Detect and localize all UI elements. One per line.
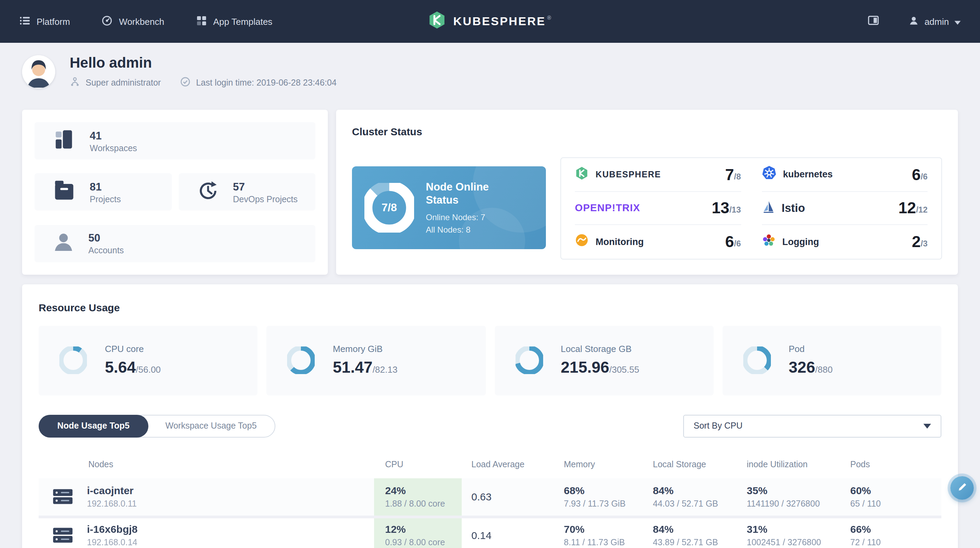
cpu-donut (59, 347, 87, 374)
brand-name: KUBESPHERE® (453, 14, 552, 28)
tab-node-usage-top5[interactable]: Node Usage Top5 (39, 415, 148, 438)
monitoring-icon (575, 234, 589, 250)
cpu-cell: 12% 0.93 / 8.00 core (374, 518, 462, 548)
component-count: 6/6 (725, 234, 741, 250)
node-online-text: Node Online Status Online Nodes: 7 All N… (426, 180, 509, 236)
component-istio: Istio 12/12 (762, 191, 928, 225)
column-header-local-storage: Local Storage (643, 460, 737, 469)
kubesphere-dashboard: Platform Workbench App Templates KUBESPH… (0, 0, 980, 548)
stat-tile-workspaces[interactable]: 41 Workspaces (35, 122, 315, 159)
memory-detail: 8.11 / 11.73 GiB (564, 538, 643, 548)
stat-label: Projects (90, 194, 121, 204)
stat-value: 81 (90, 180, 121, 193)
component-count: 6/6 (912, 166, 928, 183)
user-icon (908, 15, 919, 28)
cpu-percent: 12% (385, 524, 462, 536)
storage-percent: 84% (653, 485, 737, 497)
column-header-pods: Pods (841, 460, 941, 469)
stat-value: 41 (90, 129, 137, 142)
platform-icon (19, 15, 30, 28)
nav-item-workbench[interactable]: Workbench (102, 15, 164, 28)
component-count: 12/12 (898, 200, 928, 217)
component-name: kubernetes (783, 169, 833, 180)
server-icon (39, 488, 87, 505)
pencil-icon (957, 482, 967, 494)
istio-logo-icon (762, 200, 775, 216)
kubesphere-logo-icon (428, 11, 446, 32)
node-cell[interactable]: i-caojnter 192.168.0.11 (87, 485, 374, 509)
edit-fab-button[interactable] (950, 476, 974, 500)
inode-cell: 31% 1002451 / 3276800 (737, 524, 841, 548)
kubernetes-logo-icon (762, 166, 776, 183)
avatar (22, 55, 55, 88)
stat-value: 50 (88, 231, 124, 244)
load-average-cell: 0.63 (462, 491, 554, 503)
stat-tile-accounts[interactable]: 50 Accounts (35, 225, 315, 262)
metric-text: Pod 326/880 (789, 344, 833, 377)
local-storage-cell: 84% 43.89 / 52.71 GB (643, 524, 737, 548)
nav-item-app-templates[interactable]: App Templates (196, 15, 273, 28)
node-name[interactable]: i-16x6bgj8 (87, 524, 374, 536)
component-name: Monitoring (596, 237, 644, 247)
node-online-status-panel: 7/8 Node Online Status Online Nodes: 7 A… (352, 166, 546, 249)
split-panel-icon[interactable] (867, 14, 879, 29)
metric-value: 326/880 (789, 358, 833, 377)
pods-percent: 60% (850, 485, 941, 497)
inode-detail: 1141190 / 3276800 (747, 499, 841, 509)
node-usage-table: Nodes CPU Load Average Memory Local Stor… (39, 460, 941, 548)
nav-item-label: Workbench (119, 16, 164, 27)
node-cell[interactable]: i-16x6bgj8 192.168.0.14 (87, 524, 374, 548)
cpu-detail: 1.88 / 8.00 core (385, 499, 462, 509)
brand-reg-mark: ® (547, 14, 552, 21)
nav-left-group: Platform Workbench App Templates (19, 15, 272, 28)
stat-tile-projects[interactable]: 81 Projects (35, 174, 172, 211)
component-name: Logging (782, 237, 819, 247)
accounts-icon (52, 231, 75, 256)
main-content: 41 Workspaces 81 Projects 57 DevOps Pr (0, 110, 980, 548)
memory-percent: 70% (564, 524, 643, 536)
column-header-inode-utilization: inode Utilization (737, 460, 841, 469)
table-row[interactable]: i-16x6bgj8 192.168.0.14 12% 0.93 / 8.00 … (39, 516, 941, 548)
pods-percent: 66% (850, 524, 941, 536)
metric-label: Local Storage GB (561, 344, 639, 354)
chevron-down-icon (955, 16, 961, 27)
component-count: 13/13 (711, 200, 741, 217)
pods-cell: 66% 72 / 110 (841, 524, 941, 548)
table-header-row: Nodes CPU Load Average Memory Local Stor… (39, 460, 941, 469)
node-ip: 192.168.0.14 (87, 538, 374, 548)
logging-icon (762, 234, 775, 250)
resource-usage-title: Resource Usage (39, 301, 941, 314)
tab-workspace-usage-top5[interactable]: Workspace Usage Top5 (146, 415, 275, 438)
role-badge-icon (70, 76, 80, 89)
column-header-nodes: Nodes (87, 460, 374, 469)
cpu-detail: 0.93 / 8.00 core (385, 538, 462, 548)
nav-item-label: App Templates (213, 16, 273, 27)
pods-cell: 60% 65 / 110 (841, 485, 941, 509)
online-nodes-count: Online Nodes: 7 (426, 211, 509, 223)
user-menu[interactable]: admin (908, 15, 961, 28)
openpitrix-logo: OPENP!TRIX (575, 202, 640, 213)
last-login-meta: Last login time: 2019-06-28 23:46:04 (180, 76, 336, 89)
memory-percent: 68% (564, 485, 643, 497)
pods-detail: 72 / 110 (850, 538, 941, 548)
node-name[interactable]: i-caojnter (87, 485, 374, 497)
metric-cpu: CPU core 5.64/56.00 (39, 326, 258, 395)
metric-value: 5.64/56.00 (105, 358, 161, 377)
stat-text: 81 Projects (90, 180, 121, 204)
stat-tile-devops[interactable]: 57 DevOps Projects (178, 174, 315, 211)
resource-metrics: CPU core 5.64/56.00 Memory GiB 51.47/82.… (39, 326, 941, 395)
inode-percent: 35% (747, 485, 841, 497)
nav-item-platform[interactable]: Platform (19, 15, 70, 28)
sort-by-select[interactable]: Sort By CPU (683, 415, 941, 438)
metric-pod: Pod 326/880 (722, 326, 942, 395)
node-online-title: Node Online Status (426, 180, 509, 206)
component-name: Istio (781, 202, 805, 215)
sort-by-value: Sort By CPU (694, 421, 743, 431)
memory-cell: 70% 8.11 / 11.73 GiB (554, 524, 643, 548)
table-row[interactable]: i-caojnter 192.168.0.11 24% 1.88 / 8.00 … (39, 478, 941, 516)
metric-local-storage: Local Storage GB 215.96/305.55 (495, 326, 714, 395)
cpu-cell: 24% 1.88 / 8.00 core (374, 478, 462, 516)
select-caret-icon (923, 421, 931, 431)
node-online-donut: 7/8 (364, 183, 414, 233)
kubesphere-brand[interactable]: KUBESPHERE® (428, 11, 552, 32)
